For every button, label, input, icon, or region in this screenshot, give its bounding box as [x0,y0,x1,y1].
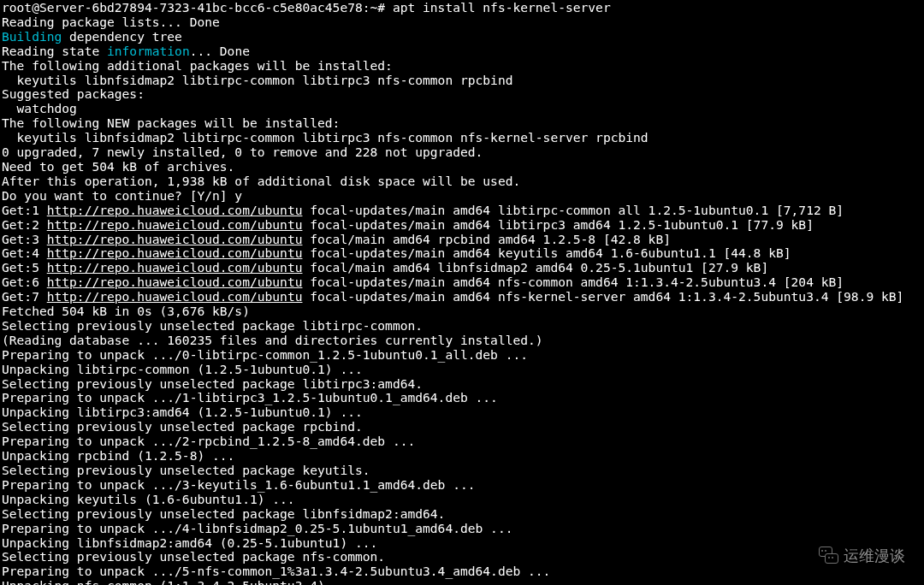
prompt-line[interactable]: root@Server-6bd27894-7323-41bc-bcc6-c5e8… [2,1,922,15]
output-line: keyutils libnfsidmap2 libtirpc-common li… [2,74,922,88]
repo-url-link[interactable]: http://repo.huaweicloud.com/ubuntu [47,289,303,304]
output-text: Selecting previously unselected package … [2,463,370,477]
output-line: After this operation, 1,938 kB of additi… [2,174,922,189]
output-line: The following additional packages will b… [2,59,922,74]
output-text: Selecting previously unselected package … [2,506,445,521]
output-line: Preparing to unpack .../0-libtirpc-commo… [2,348,922,363]
output-line: Preparing to unpack .../4-libnfsidmap2_0… [2,522,922,536]
output-line: Suggested packages: [2,87,922,102]
output-text: dependency tree [62,29,182,44]
terminal-output[interactable]: root@Server-6bd27894-7323-41bc-bcc6-c5e8… [0,0,924,585]
output-line: Selecting previously unselected package … [2,507,922,522]
output-text: Unpacking nfs-common (1:1.3.4-2.5ubuntu3… [2,578,355,585]
output-text: Get:6 [2,275,47,289]
output-text: focal-updates/main amd64 nfs-common amd6… [302,275,844,289]
output-line: Preparing to unpack .../5-nfs-common_1%3… [2,564,922,579]
output-line: Get:6 http://repo.huaweicloud.com/ubuntu… [2,275,922,290]
output-line: Selecting previously unselected package … [2,550,922,564]
output-line: Get:2 http://repo.huaweicloud.com/ubuntu… [2,218,922,233]
output-line: Unpacking rpcbind (1.2.5-8) ... [2,449,922,464]
output-line: Building dependency tree [2,30,922,44]
output-text: focal-updates/main amd64 libtirpc3 amd64… [302,217,813,232]
output-line: watchdog [2,102,922,116]
output-text: focal/main amd64 rpcbind amd64 1.2.5-8 [… [302,232,671,246]
output-text: Preparing to unpack .../2-rpcbind_1.2.5-… [2,434,415,448]
output-line: (Reading database ... 160235 files and d… [2,334,922,348]
output-text: Building [2,29,62,44]
output-text: Get:2 [2,217,47,232]
shell-prompt: root@Server-6bd27894-7323-41bc-bcc6-c5e8… [2,0,393,15]
output-text: focal-updates/main amd64 libtirpc-common… [302,203,844,217]
output-text: Reading state [2,44,107,58]
output-line: Fetched 504 kB in 0s (3,676 kB/s) [2,304,922,319]
output-text: Need to get 504 kB of archives. [2,159,234,174]
output-text: focal-updates/main amd64 nfs-kernel-serv… [302,289,903,304]
output-line: Preparing to unpack .../1-libtirpc3_1.2.… [2,391,922,405]
output-text: Get:5 [2,260,47,275]
output-text: Fetched 504 kB in 0s (3,676 kB/s) [2,304,250,318]
repo-url-link[interactable]: http://repo.huaweicloud.com/ubuntu [47,260,303,275]
output-text: Get:7 [2,289,47,304]
output-text: watchdog [2,101,77,115]
output-text: The following NEW packages will be insta… [2,115,340,130]
output-line: Get:4 http://repo.huaweicloud.com/ubuntu… [2,246,922,261]
output-line: Unpacking nfs-common (1:1.3.4-2.5ubuntu3… [2,579,922,585]
output-text: Reading package lists... Done [2,15,220,29]
output-text: Preparing to unpack .../1-libtirpc3_1.2.… [2,390,498,405]
output-line: Selecting previously unselected package … [2,319,922,334]
repo-url-link[interactable]: http://repo.huaweicloud.com/ubuntu [47,217,303,232]
output-line: Preparing to unpack .../2-rpcbind_1.2.5-… [2,434,922,449]
output-text: ... Done [190,44,250,58]
typed-command: apt install nfs-kernel-server [393,0,611,15]
output-line: Unpacking libtirpc-common (1.2.5-1ubuntu… [2,363,922,377]
output-line: Unpacking keyutils (1.6-6ubuntu1.1) ... [2,493,922,507]
repo-url-link[interactable]: http://repo.huaweicloud.com/ubuntu [47,245,303,260]
output-line: Get:1 http://repo.huaweicloud.com/ubuntu… [2,204,922,218]
output-line: Selecting previously unselected package … [2,377,922,392]
output-text: keyutils libnfsidmap2 libtirpc-common li… [2,73,512,87]
output-text: Selecting previously unselected package … [2,376,423,391]
output-line: Reading state information... Done [2,44,922,59]
output-line: Selecting previously unselected package … [2,464,922,478]
output-line: 0 upgraded, 7 newly installed, 0 to remo… [2,145,922,160]
output-line: Unpacking libnfsidmap2:amd64 (0.25-5.1ub… [2,536,922,551]
output-text: information [107,44,190,58]
output-line: Selecting previously unselected package … [2,420,922,434]
output-text: Get:4 [2,245,47,260]
output-text: Preparing to unpack .../5-nfs-common_1%3… [2,564,550,578]
output-line: Get:7 http://repo.huaweicloud.com/ubuntu… [2,290,922,304]
repo-url-link[interactable]: http://repo.huaweicloud.com/ubuntu [47,275,303,289]
output-line: Need to get 504 kB of archives. [2,160,922,174]
repo-url-link[interactable]: http://repo.huaweicloud.com/ubuntu [47,232,303,246]
output-text: After this operation, 1,938 kB of additi… [2,174,520,188]
output-text: focal-updates/main amd64 keyutils amd64 … [302,245,791,260]
output-text: Unpacking libtirpc3:amd64 (1.2.5-1ubuntu… [2,405,363,419]
output-text: Selecting previously unselected package … [2,549,385,564]
output-text: 0 upgraded, 7 newly installed, 0 to remo… [2,145,483,159]
output-line: Get:5 http://repo.huaweicloud.com/ubuntu… [2,261,922,275]
output-line: keyutils libnfsidmap2 libtirpc-common li… [2,131,922,145]
output-text: Preparing to unpack .../0-libtirpc-commo… [2,347,528,362]
output-text: Do you want to continue? [Y/n] y [2,188,242,203]
output-text: Unpacking libtirpc-common (1.2.5-1ubuntu… [2,362,363,376]
output-line: Do you want to continue? [Y/n] y [2,189,922,204]
output-text: Selecting previously unselected package … [2,419,363,434]
repo-url-link[interactable]: http://repo.huaweicloud.com/ubuntu [47,203,303,217]
output-text: Unpacking keyutils (1.6-6ubuntu1.1) ... [2,492,295,506]
output-line: Get:3 http://repo.huaweicloud.com/ubuntu… [2,233,922,247]
output-text: Get:3 [2,232,47,246]
output-text: Unpacking rpcbind (1.2.5-8) ... [2,448,234,463]
output-text: Preparing to unpack .../3-keyutils_1.6-6… [2,477,476,492]
output-text: The following additional packages will b… [2,58,393,73]
output-text: (Reading database ... 160235 files and d… [2,333,543,347]
output-text: Suggested packages: [2,86,145,101]
output-line: Unpacking libtirpc3:amd64 (1.2.5-1ubuntu… [2,405,922,420]
output-text: Selecting previously unselected package … [2,318,423,333]
output-text: focal/main amd64 libnfsidmap2 amd64 0.25… [302,260,768,275]
output-text: keyutils libnfsidmap2 libtirpc-common li… [2,130,649,145]
output-text: Preparing to unpack .../4-libnfsidmap2_0… [2,521,512,535]
output-line: Reading package lists... Done [2,15,922,30]
output-line: The following NEW packages will be insta… [2,116,922,131]
output-text: Unpacking libnfsidmap2:amd64 (0.25-5.1ub… [2,535,377,550]
output-text: Get:1 [2,203,47,217]
